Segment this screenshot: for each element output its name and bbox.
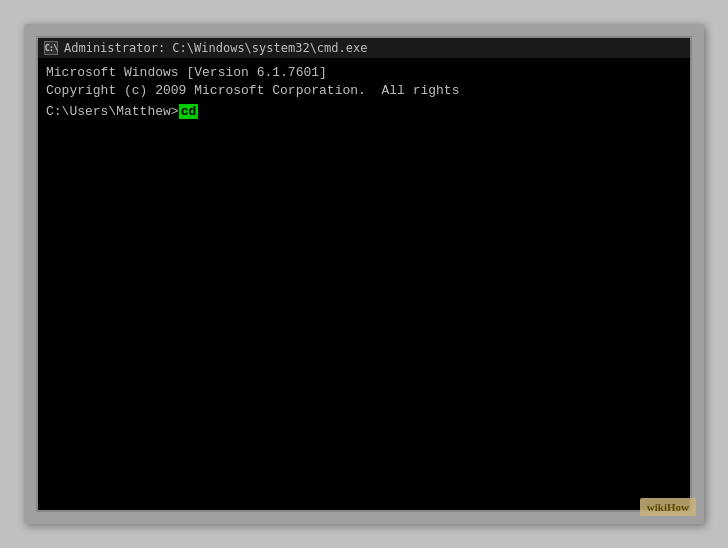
highlighted-command: cd (179, 104, 199, 119)
cmd-window: C:\ Administrator: C:\Windows\system32\c… (36, 36, 692, 512)
title-bar: C:\ Administrator: C:\Windows\system32\c… (38, 38, 690, 58)
cmd-line-1: Microsoft Windows [Version 6.1.7601] (46, 64, 682, 82)
prompt-line: C:\Users\Matthew>cd (46, 104, 682, 119)
cmd-line-2: Copyright (c) 2009 Microsoft Corporation… (46, 82, 682, 100)
cmd-body[interactable]: Microsoft Windows [Version 6.1.7601] Cop… (38, 58, 690, 510)
cmd-icon: C:\ (44, 41, 58, 55)
outer-wrapper: C:\ Administrator: C:\Windows\system32\c… (24, 24, 704, 524)
wikihow-suffix: How (667, 501, 689, 513)
wikihow-badge: wikiHow (640, 498, 696, 516)
prompt-prefix: C:\Users\Matthew> (46, 104, 179, 119)
title-bar-text: Administrator: C:\Windows\system32\cmd.e… (64, 41, 684, 55)
wikihow-prefix: wiki (647, 501, 667, 513)
